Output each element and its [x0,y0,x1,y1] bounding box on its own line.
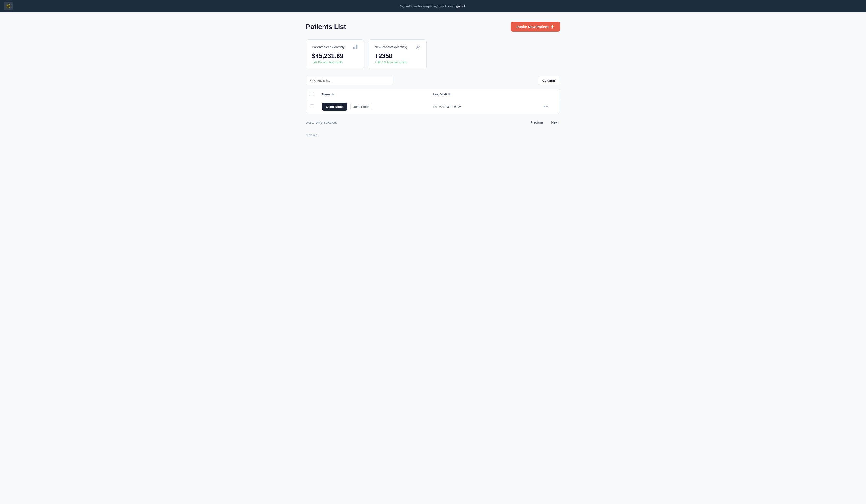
sort-icon-name[interactable]: ⇅ [332,93,334,96]
row-actions-cell: ••• [544,104,556,109]
footer-signout-link[interactable]: Sign out. [306,133,560,137]
signed-in-notice: Signed in as leejosephna@gmail.com Sign … [400,4,466,8]
stat-label-new-patients: New Patients (Monthly) [375,45,407,49]
patient-name-tag: John Smith [350,103,372,110]
more-menu-button[interactable]: ••• [544,104,548,109]
columns-button[interactable]: Columns [538,76,560,85]
column-header-last-visit: Last Visit ⇅ [433,93,544,96]
svg-point-17 [417,45,419,47]
select-all-checkbox-cell [310,92,322,96]
table-header-row: Name ⇅ Last Visit ⇅ [306,89,560,100]
select-all-checkbox[interactable] [310,92,314,96]
toolbar: Columns [306,76,560,85]
stats-row: Patients Seen (Monthly) $45,231.89 +20.1… [306,39,560,69]
svg-line-8 [9,4,10,5]
stat-value-patients-seen: $45,231.89 [312,52,358,60]
column-header-name: Name ⇅ [322,93,433,96]
stat-card-patients-seen: Patients Seen (Monthly) $45,231.89 +20.1… [306,39,364,69]
last-visit-cell: Fri, 7/21/23 9:29 AM [433,105,544,108]
patient-name-cell: Open Notes John Smith [322,103,433,111]
stat-change-new-patients: +180.1% from last month [375,61,421,64]
patients-table: Name ⇅ Last Visit ⇅ Open Notes John Smit… [306,89,560,114]
main-content: Patients List Intake New Patient + Patie… [300,12,566,146]
previous-button[interactable]: Previous [529,119,545,125]
users-icon [416,44,421,49]
svg-rect-16 [356,45,357,49]
page-title: Patients List [306,23,346,31]
svg-point-0 [7,5,9,7]
open-notes-button[interactable]: Open Notes [322,103,347,111]
stat-label-patients-seen: Patients Seen (Monthly) [312,45,345,49]
row-checkbox[interactable] [310,104,314,108]
sort-icon-last-visit[interactable]: ⇅ [448,93,450,96]
top-bar: Signed in as leejosephna@gmail.com Sign … [0,0,866,12]
row-checkbox-cell [310,104,322,109]
mic-icon: + [551,25,554,29]
stat-card-new-patients: New Patients (Monthly) +2350 +180.1% fro… [369,39,427,69]
svg-text:+: + [553,26,554,26]
page-header: Patients List Intake New Patient + [306,22,560,32]
logo-icon-button[interactable] [4,2,13,10]
next-button[interactable]: Next [549,119,560,125]
topbar-signout-link[interactable]: Sign out. [454,4,466,8]
table-row: Open Notes John Smith Fri, 7/21/23 9:29 … [306,100,560,114]
pagination: Previous Next [529,119,560,125]
bar-chart-icon [353,44,358,49]
search-input[interactable] [306,76,393,85]
stat-value-new-patients: +2350 [375,52,421,60]
sun-icon [6,4,11,9]
rows-selected-text: 0 of 1 row(s) selected. [306,121,337,124]
svg-rect-14 [354,47,354,49]
stat-change-patients-seen: +20.1% from last month [312,61,358,64]
intake-new-patient-button[interactable]: Intake New Patient + [511,22,560,32]
table-footer: 0 of 1 row(s) selected. Previous Next [306,118,560,127]
svg-line-4 [9,7,10,8]
svg-rect-15 [355,46,356,49]
